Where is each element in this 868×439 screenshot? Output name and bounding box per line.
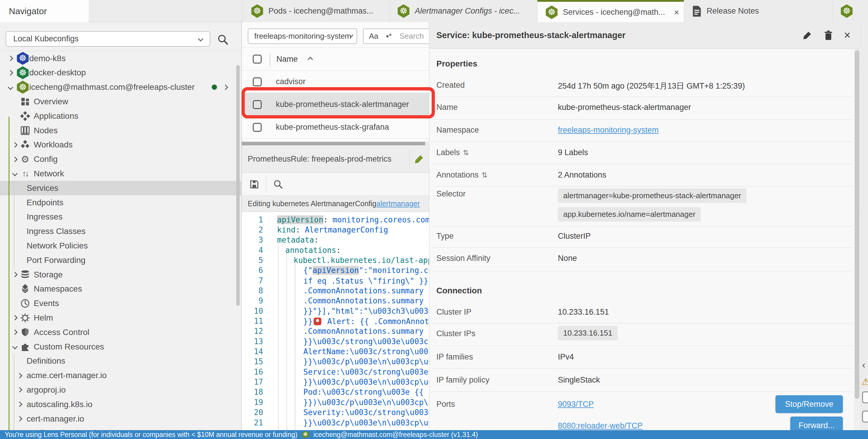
sidebar-item-endpoints[interactable]: Endpoints — [0, 195, 242, 210]
sort-asc-icon[interactable] — [307, 57, 313, 62]
annotation-highlight-box — [242, 87, 435, 119]
sidebar-item-configuration-konghq-com[interactable]: configuration.konghq.com — [0, 426, 242, 430]
tab-alertmanager-configs-icec-[interactable]: ☸Alertmanager Configs - icec... — [389, 0, 537, 22]
ns-icon — [20, 284, 30, 294]
horizontal-scrollbar[interactable] — [242, 141, 429, 146]
sidebar-item-services[interactable]: Services — [0, 181, 242, 195]
field-label: Cluster IP — [436, 308, 471, 317]
chevron-right-icon[interactable] — [12, 272, 18, 277]
table-row-kube-prometheus-stack-prometheus[interactable]: kube-prometheus-stack-prometheus — [242, 138, 429, 141]
namespace-selector[interactable]: freeleaps-monitoring-system — [248, 28, 357, 44]
line-number: 19 — [242, 398, 263, 407]
cluster-status-text[interactable]: icecheng@mathmast.com@freeleaps-cluster … — [313, 431, 478, 439]
sidebar-item-applications[interactable]: Applications — [0, 109, 242, 123]
pencil-icon[interactable] — [413, 154, 425, 165]
sidebar-item-config[interactable]: ⚙Config — [0, 152, 242, 167]
scrollbar-thumb[interactable] — [242, 142, 425, 145]
row-checkbox[interactable] — [253, 123, 261, 132]
sidebar-item-network-policies[interactable]: Network Policies — [0, 238, 242, 253]
code-segment: apiVersion — [312, 266, 359, 275]
sidebar-item-port-forwarding[interactable]: Port Forwarding — [0, 253, 242, 267]
port-link[interactable]: 9093/TCP — [558, 400, 594, 409]
forward-button[interactable]: Forward... — [790, 416, 843, 430]
sort-icon[interactable]: ⇅ — [463, 148, 469, 157]
sidebar-item-label: autoscaling.k8s.io — [27, 400, 93, 409]
sidebar-item-cert-manager-io[interactable]: cert-manager.io — [0, 411, 242, 426]
chevron-down-icon[interactable] — [12, 344, 18, 349]
sidebar-item-nodes[interactable]: Nodes — [0, 123, 242, 138]
sidebar-item-label: Network — [34, 169, 64, 178]
row-checkbox[interactable] — [253, 77, 261, 86]
pencil-icon[interactable] — [802, 30, 813, 41]
chevron-right-icon[interactable] — [17, 416, 22, 421]
close-icon[interactable]: × — [844, 29, 850, 42]
kubernetes-icon: ☸ — [840, 4, 853, 18]
sidebar-scrollbar[interactable] — [236, 65, 240, 306]
sidebar-item-access-control[interactable]: Access Control — [0, 325, 242, 339]
sidebar-item-ingresses[interactable]: Ingresses — [0, 210, 242, 224]
widget-button[interactable] — [862, 392, 868, 403]
search-icon[interactable] — [273, 179, 283, 190]
search-icon[interactable] — [217, 33, 229, 46]
warning-icon[interactable]: ⚠ — [862, 376, 868, 387]
chevron-right-icon[interactable] — [8, 56, 13, 61]
sidebar-item-helm[interactable]: Helm — [0, 310, 242, 325]
close-icon[interactable]: × — [674, 7, 679, 18]
table-header-row: Name — [242, 47, 429, 70]
service-name: kube-prometheus-stack-grafana — [276, 123, 389, 132]
sidebar-item-definitions[interactable]: Definitions — [0, 354, 242, 368]
scrollbar-thumb[interactable] — [855, 50, 860, 399]
sidebar-item-custom-resources[interactable]: Custom Resources — [0, 339, 242, 354]
sidebar-item-network[interactable]: ↑↓Network — [0, 166, 242, 181]
sidebar-item-docker-desktop[interactable]: ☸docker-desktop — [0, 66, 242, 80]
sidebar-item-workloads[interactable]: Workloads — [0, 138, 242, 152]
divider — [432, 186, 852, 187]
kubeconfig-selector[interactable]: Local Kubeconfigs — [6, 31, 210, 47]
tab-pods-icecheng-mathmas-[interactable]: ☸Pods - icecheng@mathmas... — [243, 0, 389, 22]
sidebar-item-overview[interactable]: Overview — [0, 94, 242, 109]
chevron-right-icon[interactable] — [17, 402, 22, 407]
tab-partial[interactable]: ☸ — [832, 0, 868, 22]
chevron-down-icon — [198, 36, 203, 41]
chevron-right-icon[interactable] — [17, 387, 22, 393]
table-row-kube-prometheus-stack-grafana[interactable]: kube-prometheus-stack-grafana — [242, 116, 429, 139]
sidebar-item-autoscaling-k8s-io[interactable]: autoscaling.k8s.io — [0, 397, 242, 411]
regex-button[interactable]: ▪* — [386, 32, 392, 41]
sidebar-item-namespaces[interactable]: Namespaces — [0, 282, 242, 296]
editing-header-link[interactable]: alertmanager — [376, 199, 420, 208]
cluster-ip-chip: 10.233.16.151 — [558, 326, 618, 340]
widget-button[interactable] — [862, 411, 868, 423]
sort-icon[interactable]: ⇅ — [482, 171, 488, 179]
code-segment: .CommonAnnotations.summary }}- — [303, 286, 442, 295]
chevron-right-icon[interactable] — [17, 373, 22, 378]
column-header-name[interactable]: Name — [276, 55, 298, 64]
active-cluster-indicator — [8, 117, 9, 430]
sidebar-item-argoproj-io[interactable]: argoproj.io — [0, 382, 242, 397]
tab-services-icecheng-math-[interactable]: ☸Services - icecheng@math...× — [537, 0, 684, 23]
chevron-down-icon[interactable] — [8, 85, 13, 90]
chevron-right-icon[interactable] — [12, 329, 18, 335]
sidebar-item-events[interactable]: Events — [0, 296, 242, 311]
save-icon[interactable] — [249, 179, 259, 190]
tab-release-notes[interactable]: Release Notes — [684, 0, 832, 22]
sidebar-item-storage[interactable]: Storage — [0, 267, 242, 282]
code-segment: }}\u003c/strong\u003e\u003c/h3 — [303, 337, 442, 346]
port-link[interactable]: 8080:reloader-web/TCP — [558, 421, 643, 430]
chevron-left-icon[interactable]: ‹ — [862, 359, 865, 370]
sidebar-item-icecheng-mathmast-com-freeleaps-cluster[interactable]: ☸icecheng@mathmast.com@freeleaps-cluster — [0, 80, 242, 95]
chevron-right-icon[interactable] — [12, 315, 18, 320]
namespace-link[interactable]: freeleaps-monitoring-system — [558, 126, 659, 135]
chevron-right-icon[interactable] — [223, 85, 228, 90]
sidebar-item-ingress-classes[interactable]: Ingress Classes — [0, 224, 242, 239]
sidebar-item-demo-k8s[interactable]: ☸demo-k8s — [0, 51, 242, 66]
chevron-right-icon[interactable] — [8, 70, 13, 75]
select-all-checkbox[interactable] — [253, 55, 261, 64]
match-case-button[interactable]: Aa — [369, 32, 378, 41]
lens-app-window: Navigator ☸Pods - icecheng@mathmas...☸Al… — [0, 0, 868, 439]
chevron-right-icon[interactable] — [12, 157, 18, 162]
chevron-down-icon[interactable] — [12, 171, 18, 176]
chevron-right-icon[interactable] — [12, 142, 18, 147]
sidebar-item-acme-cert-manager-io[interactable]: acme.cert-manager.io — [0, 368, 242, 383]
trash-icon[interactable] — [824, 30, 833, 41]
stop-remove-button[interactable]: Stop/Remove — [775, 395, 843, 413]
